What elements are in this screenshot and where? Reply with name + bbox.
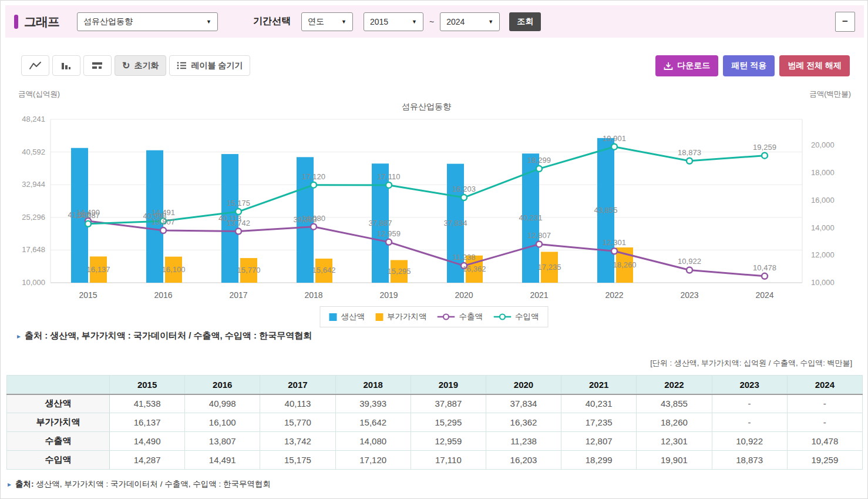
line-path bbox=[88, 221, 765, 276]
download-button[interactable]: 다운로드 bbox=[655, 55, 718, 76]
legend-item[interactable]: 수출액 bbox=[438, 312, 483, 322]
line-chart-type-button[interactable] bbox=[21, 55, 49, 76]
line-point[interactable] bbox=[311, 224, 317, 230]
line-point[interactable] bbox=[687, 158, 692, 164]
table-source-label: 출처: bbox=[15, 480, 34, 488]
data-label: 13,742 bbox=[227, 219, 250, 227]
line-point[interactable] bbox=[311, 182, 317, 188]
actions-toolbar: 다운로드 패턴 적용 범례 전체 해제 bbox=[655, 55, 850, 76]
table-cell: 14,491 bbox=[185, 451, 260, 470]
right-axis-tick: 18,000 bbox=[811, 168, 835, 177]
line-point[interactable] bbox=[611, 248, 617, 254]
line-point[interactable] bbox=[386, 239, 392, 245]
line-point[interactable] bbox=[536, 166, 542, 172]
line-point[interactable] bbox=[235, 229, 241, 235]
legend-clear-all-button[interactable]: 범례 전체 해제 bbox=[779, 55, 850, 76]
data-label: 17,235 bbox=[538, 263, 561, 272]
data-label: 14,080 bbox=[302, 214, 325, 223]
table-cell: 39,393 bbox=[335, 394, 411, 413]
period-type-select[interactable]: 연도 ▼ bbox=[301, 12, 353, 31]
year-from-select[interactable]: 2015 ▼ bbox=[364, 12, 423, 31]
bar-chart-type-button[interactable] bbox=[52, 55, 80, 76]
hide-labels-button[interactable]: 레이블 숨기기 bbox=[169, 55, 250, 76]
line-point[interactable] bbox=[160, 227, 166, 233]
trend-chart: 금액(십억원)금액(백만불)섬유산업동향48,24140,59232,94425… bbox=[1, 86, 868, 306]
legend-label: 생산액 bbox=[341, 312, 365, 322]
chart-source-note: ▸출처 : 생산액, 부가가치액 : 국가데이터처 / 수출액, 수입액 : 한… bbox=[17, 330, 312, 341]
data-label: 16,203 bbox=[452, 185, 476, 193]
pattern-apply-label: 패턴 적용 bbox=[731, 61, 766, 71]
download-label: 다운로드 bbox=[677, 61, 710, 71]
table-cell: 11,238 bbox=[486, 432, 561, 451]
table-col-header: 2023 bbox=[712, 376, 787, 394]
data-label: 16,362 bbox=[463, 264, 486, 273]
year-to-select[interactable]: 2024 ▼ bbox=[440, 12, 500, 31]
left-axis-tick: 40,592 bbox=[22, 148, 45, 156]
chart-select[interactable]: 섬유산업동향 ▼ bbox=[77, 12, 218, 31]
table-cell: 19,259 bbox=[787, 451, 862, 470]
x-axis-label: 2022 bbox=[605, 290, 623, 300]
left-axis-title: 금액(십억원) bbox=[18, 90, 60, 98]
table-cell: 14,490 bbox=[110, 432, 185, 451]
table-col-header: 2020 bbox=[486, 376, 561, 394]
refresh-icon: ↻ bbox=[122, 61, 130, 71]
collapse-panel-button[interactable]: − bbox=[835, 12, 855, 32]
year-from-value: 2015 bbox=[370, 17, 388, 26]
x-axis-label: 2018 bbox=[304, 290, 322, 300]
data-label: 18,873 bbox=[678, 148, 701, 157]
data-label: 10,478 bbox=[753, 263, 776, 272]
table-cell: 43,855 bbox=[637, 394, 712, 413]
data-label: 15,175 bbox=[227, 199, 250, 207]
line-series bbox=[85, 144, 768, 227]
data-label: 40,231 bbox=[519, 213, 543, 222]
table-row-label: 수출액 bbox=[7, 432, 110, 451]
horizontal-bar-chart-type-button[interactable] bbox=[83, 55, 112, 76]
chart-canvas: 금액(십억원)금액(백만불)섬유산업동향48,24140,59232,94425… bbox=[1, 86, 868, 306]
data-label: 18,299 bbox=[527, 156, 551, 165]
x-axis-label: 2019 bbox=[379, 290, 398, 300]
left-axis-tick: 10,000 bbox=[22, 278, 45, 287]
table-cell: 19,901 bbox=[637, 451, 712, 470]
table-cell: 16,137 bbox=[110, 413, 185, 432]
chart-source-text: 출처 : 생산액, 부가가치액 : 국가데이터처 / 수출액, 수입액 : 한국… bbox=[25, 330, 312, 340]
line-point[interactable] bbox=[611, 144, 617, 150]
reset-button[interactable]: ↻ 초기화 bbox=[115, 55, 166, 76]
data-label: 17,110 bbox=[378, 172, 401, 181]
right-axis-tick: 12,000 bbox=[811, 250, 835, 259]
table-cell: - bbox=[712, 413, 787, 432]
arrow-bullet-icon: ▸ bbox=[17, 332, 21, 340]
search-button[interactable]: 조회 bbox=[509, 12, 541, 31]
table-cell: 37,834 bbox=[486, 394, 561, 413]
legend-item[interactable]: 생산액 bbox=[329, 312, 365, 322]
pattern-apply-button[interactable]: 패턴 적용 bbox=[723, 55, 775, 76]
line-path bbox=[88, 147, 765, 224]
line-point[interactable] bbox=[762, 153, 768, 159]
line-point[interactable] bbox=[85, 221, 91, 227]
x-axis-label: 2016 bbox=[154, 290, 172, 300]
year-to-value: 2024 bbox=[446, 17, 465, 26]
table-cell: 16,203 bbox=[486, 451, 561, 470]
data-table: 2015201620172018201920202021202220232024… bbox=[6, 375, 863, 470]
line-point[interactable] bbox=[687, 267, 692, 273]
line-point[interactable] bbox=[386, 182, 392, 188]
legend-item[interactable]: 부가가치액 bbox=[375, 312, 427, 322]
data-label: 16,137 bbox=[87, 265, 110, 274]
legend-item[interactable]: 수입액 bbox=[493, 312, 539, 322]
legend-swatch-icon bbox=[329, 313, 337, 321]
line-point[interactable] bbox=[536, 241, 542, 247]
chart-select-value: 섬유산업동향 bbox=[83, 16, 133, 27]
x-axis-label: 2023 bbox=[680, 290, 698, 300]
data-label: 12,959 bbox=[377, 229, 401, 238]
unit-note: [단위 : 생산액, 부가가치액: 십억원 / 수출액, 수입액: 백만불] bbox=[650, 358, 852, 369]
table-cell: 12,959 bbox=[411, 432, 486, 451]
legend-line-marker-icon bbox=[493, 313, 511, 320]
right-axis-tick: 10,000 bbox=[811, 278, 835, 287]
page-title: 그래프 bbox=[24, 14, 59, 30]
line-point[interactable] bbox=[762, 273, 768, 279]
line-point[interactable] bbox=[461, 195, 467, 200]
data-label: 16,100 bbox=[162, 265, 186, 274]
line-chart-icon bbox=[29, 61, 42, 71]
table-source-text: 생산액, 부가가치액 : 국가데이터처 / 수출액, 수입액 : 한국무역협회 bbox=[34, 480, 271, 488]
data-label: 14,491 bbox=[152, 208, 175, 217]
data-label: 15,642 bbox=[312, 266, 336, 274]
